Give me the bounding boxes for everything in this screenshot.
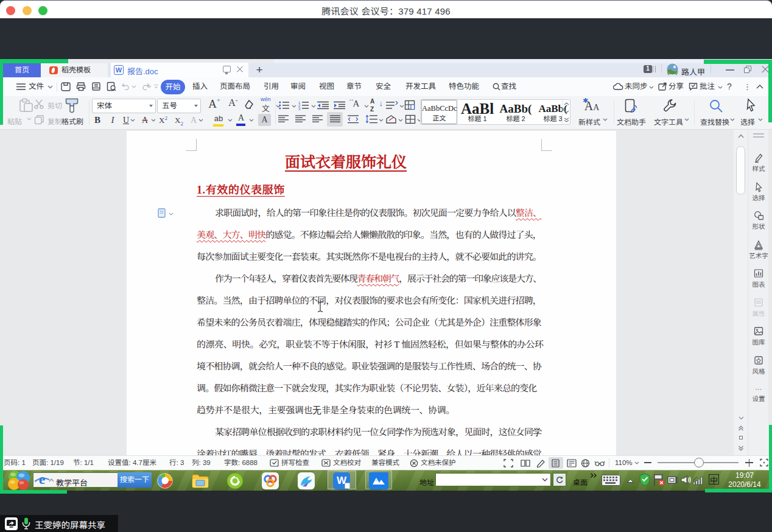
svg-text:3: 3 — [298, 107, 301, 111]
